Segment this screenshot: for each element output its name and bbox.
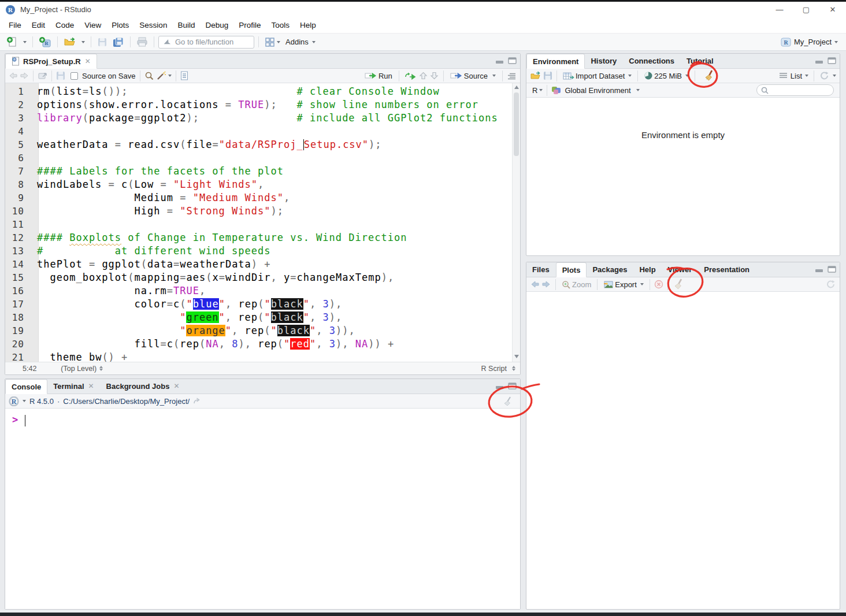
save-icon[interactable]: [56, 71, 65, 80]
open-in-new-window-icon[interactable]: [38, 72, 47, 80]
rerun-icon[interactable]: [404, 72, 417, 80]
plots-tab-help[interactable]: Help: [633, 262, 662, 277]
code-editor[interactable]: 1rm(list=ls()); # clear Console Window2o…: [5, 83, 520, 362]
minimize-pane-icon[interactable]: [495, 57, 504, 64]
code-line[interactable]: 5weatherData = read.csv(file="data/RSPro…: [5, 138, 512, 151]
code-line[interactable]: 8windLabels = c(Low = "Light Winds",: [5, 178, 512, 191]
goto-file-input[interactable]: [175, 38, 244, 46]
chevron-down-icon[interactable]: [636, 89, 640, 91]
run-button[interactable]: Run: [363, 70, 394, 81]
goto-directory-icon[interactable]: [193, 398, 202, 405]
menu-file[interactable]: File: [3, 18, 27, 32]
panes-layout-button[interactable]: [263, 36, 282, 49]
previous-plot-icon[interactable]: [530, 280, 540, 288]
code-line[interactable]: 17 color=c("blue", rep("black", 3),: [5, 298, 512, 311]
up-arrow-icon[interactable]: [419, 72, 428, 80]
code-line[interactable]: 4: [5, 125, 512, 138]
menu-plots[interactable]: Plots: [106, 18, 134, 32]
maximize-button[interactable]: ▢: [793, 2, 819, 17]
memory-usage-button[interactable]: 225 MiB: [642, 70, 691, 81]
plots-tab-packages[interactable]: Packages: [587, 262, 633, 277]
scroll-down-icon[interactable]: [514, 355, 519, 358]
scroll-up-icon[interactable]: [514, 86, 519, 89]
plots-tab-viewer[interactable]: Viewer: [662, 262, 699, 277]
code-tools-wand-icon[interactable]: [156, 71, 166, 80]
down-arrow-icon[interactable]: [430, 72, 439, 80]
source-file-button[interactable]: Source: [448, 70, 498, 81]
menu-debug[interactable]: Debug: [200, 18, 233, 32]
code-line[interactable]: 12#### Boxplots of Change in Temperature…: [5, 231, 512, 244]
addins-button[interactable]: Addins: [284, 36, 317, 47]
code-line[interactable]: 9 Medium = "Medium Winds",: [5, 191, 512, 205]
goto-file-search[interactable]: [158, 36, 254, 49]
open-file-button[interactable]: [62, 36, 78, 49]
console-body[interactable]: >: [5, 409, 520, 609]
refresh-plots-icon[interactable]: [826, 280, 836, 289]
save-workspace-icon[interactable]: [543, 71, 552, 80]
environment-tab-connections[interactable]: Connections: [623, 53, 681, 68]
menu-code[interactable]: Code: [50, 18, 79, 32]
chevron-down-icon[interactable]: [23, 400, 26, 402]
next-plot-icon[interactable]: [541, 280, 551, 288]
menu-profile[interactable]: Profile: [233, 18, 266, 32]
code-line[interactable]: 1rm(list=ls()); # clear Console Window: [5, 85, 512, 98]
load-workspace-icon[interactable]: [530, 71, 541, 80]
menu-edit[interactable]: Edit: [27, 18, 50, 32]
save-button[interactable]: [95, 36, 109, 49]
editor-scrollbar[interactable]: [512, 83, 520, 362]
environment-tab-tutorial[interactable]: Tutorial: [681, 53, 720, 68]
close-icon[interactable]: ✕: [85, 57, 91, 65]
find-replace-icon[interactable]: [144, 71, 154, 80]
code-line[interactable]: 3library(package=ggplot2); # include all…: [5, 112, 512, 125]
environment-search[interactable]: [756, 84, 834, 96]
new-file-button[interactable]: [5, 35, 20, 49]
scrollbar-thumb[interactable]: [514, 92, 519, 156]
scope-indicator[interactable]: (Top Level): [61, 365, 97, 373]
environment-scope-label[interactable]: Global Environment: [565, 86, 630, 95]
maximize-pane-icon[interactable]: [508, 383, 517, 389]
import-dataset-button[interactable]: Import Dataset: [561, 70, 633, 81]
code-line[interactable]: 20 fill=c(rep(NA, 8), rep("red", 3), NA)…: [5, 337, 512, 351]
code-line[interactable]: 16 na.rm=TRUE,: [5, 284, 512, 298]
clear-plots-broom-icon[interactable]: [672, 278, 686, 291]
maximize-pane-icon[interactable]: [828, 266, 836, 273]
minimize-pane-icon[interactable]: [815, 57, 823, 64]
file-type-indicator[interactable]: R Script: [481, 365, 507, 373]
code-line[interactable]: 18 "green", rep("black", 3),: [5, 311, 512, 324]
code-line[interactable]: 15 geom_boxplot(mapping=aes(x=windDir, y…: [5, 271, 512, 284]
menu-tools[interactable]: Tools: [266, 18, 295, 32]
code-line[interactable]: 7#### Labels for the facets of the plot: [5, 165, 512, 178]
print-button[interactable]: [135, 36, 150, 49]
code-line[interactable]: 21 theme_bw() +: [5, 351, 512, 362]
source-on-save-checkbox[interactable]: [70, 72, 78, 80]
chevron-down-icon[interactable]: [833, 75, 836, 77]
clear-console-broom-icon[interactable]: [502, 395, 514, 408]
plots-tab-presentation[interactable]: Presentation: [698, 262, 756, 277]
save-all-button[interactable]: [111, 36, 126, 49]
compile-report-icon[interactable]: [180, 71, 188, 80]
close-icon[interactable]: ✕: [88, 382, 94, 390]
open-recent-caret[interactable]: [80, 40, 87, 44]
back-icon[interactable]: [9, 72, 18, 80]
code-line[interactable]: 19 "orange", rep("black", 3)),: [5, 324, 512, 337]
menu-view[interactable]: View: [79, 18, 106, 32]
minimize-pane-icon[interactable]: [815, 266, 823, 273]
remove-plot-icon[interactable]: [654, 280, 663, 289]
console-tab-console[interactable]: Console: [5, 379, 47, 394]
menu-build[interactable]: Build: [172, 18, 200, 32]
minimize-button[interactable]: —: [766, 2, 793, 17]
menu-help[interactable]: Help: [295, 18, 321, 32]
environment-tab-history[interactable]: History: [585, 53, 623, 68]
tab-rsproj-setup[interactable]: R RSProj_Setup.R ✕: [5, 54, 97, 69]
r-version-icon[interactable]: R: [9, 396, 19, 406]
close-icon[interactable]: ✕: [173, 382, 179, 390]
maximize-pane-icon[interactable]: [828, 57, 836, 64]
document-outline-icon[interactable]: [507, 72, 517, 80]
forward-icon[interactable]: [20, 72, 29, 80]
export-plot-button[interactable]: Export: [602, 279, 645, 290]
language-selector[interactable]: R: [532, 86, 537, 95]
clear-environment-broom-icon[interactable]: [703, 69, 717, 83]
new-project-button[interactable]: R: [37, 35, 53, 49]
console-tab-background-jobs[interactable]: Background Jobs✕: [101, 378, 186, 394]
plots-tab-plots[interactable]: Plots: [556, 262, 587, 277]
